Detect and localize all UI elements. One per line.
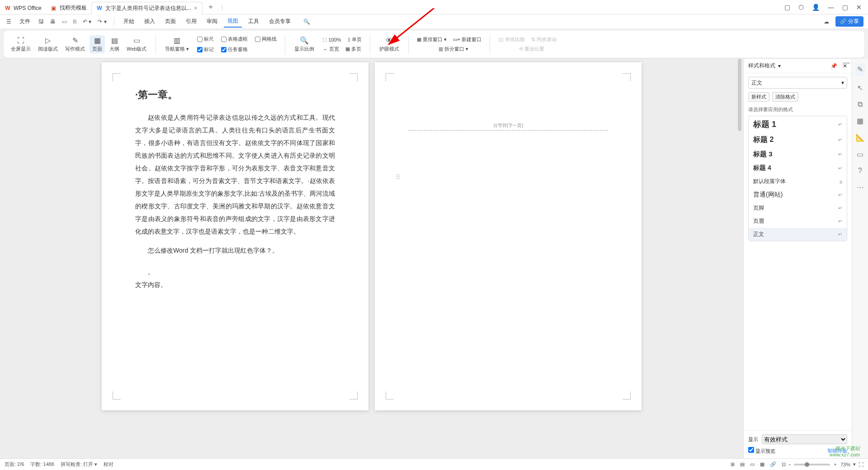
reading-layout-button[interactable]: ▷阅读版式: [35, 35, 61, 53]
titlebar: W WPS Office ▣ 找稻壳模板 W 文字是人类用符号记录表达信息以..…: [0, 0, 868, 14]
zoom-in-button[interactable]: ＋: [833, 461, 838, 468]
maximize-button[interactable]: ▢: [842, 4, 848, 11]
style-item[interactable]: 标题 2↵: [749, 132, 847, 147]
zoom-out-button[interactable]: −: [788, 462, 791, 467]
single-page-button[interactable]: ▯ 单页: [346, 35, 363, 44]
book-tool-icon[interactable]: ▭: [857, 150, 863, 159]
chevron-down-icon[interactable]: ▾: [853, 461, 856, 467]
status-words[interactable]: 字数: 1488: [30, 461, 54, 468]
view-mode-icon[interactable]: ⊞: [731, 461, 735, 467]
collapse-panel-icon[interactable]: —: [843, 59, 850, 67]
tab-wps-office[interactable]: W WPS Office: [0, 2, 46, 14]
nav-pane-button[interactable]: ▥导航窗格 ▾: [162, 35, 192, 53]
gridlines-checkbox[interactable]: 网格线: [253, 35, 278, 43]
style-item[interactable]: 标题 3↵: [749, 147, 847, 161]
split-window-button[interactable]: ▥ 拆分窗口 ▾: [437, 45, 470, 53]
select-tool-icon[interactable]: ↖: [857, 84, 863, 92]
tab-document[interactable]: W 文字是人类用符号记录表达信息以... ×: [91, 2, 203, 14]
pin-icon[interactable]: 📌: [830, 63, 837, 69]
view-mode-icon[interactable]: 🔗: [770, 461, 776, 467]
table-frame-checkbox[interactable]: 表格虚框: [219, 35, 250, 43]
status-proof[interactable]: 校对: [104, 461, 113, 468]
menu-member[interactable]: 会员专享: [265, 16, 294, 27]
status-spell[interactable]: 拼写检查: 打开 ▾: [61, 461, 97, 468]
markup-checkbox[interactable]: 标记: [195, 45, 216, 54]
print-icon[interactable]: 🖶: [48, 18, 57, 26]
eye-protect-button[interactable]: 👁护眼模式: [377, 36, 402, 53]
copy-icon[interactable]: ⎘: [71, 18, 78, 26]
avatar-icon[interactable]: 👤: [812, 4, 820, 11]
search-icon[interactable]: 🔍: [302, 18, 312, 26]
undo-icon[interactable]: ↶ ▾: [81, 18, 93, 26]
style-item[interactable]: 标题 1↵: [749, 116, 847, 132]
view-mode-icon[interactable]: ▦: [760, 461, 764, 467]
style-item[interactable]: 正文↵: [749, 228, 847, 241]
zoom-slider[interactable]: [794, 464, 830, 465]
new-window-button[interactable]: ▭+ 新建窗口: [451, 35, 483, 44]
style-item[interactable]: 标题 4↵: [749, 161, 847, 175]
para-1: 赵依依是人类用符号记录表达信息以传之久远的方式和工具。现代文字大多是记录语言的工…: [135, 111, 335, 238]
multi-page-button[interactable]: ▦ 多页: [344, 45, 363, 53]
zoom-scale-button[interactable]: 🔍显示比例: [292, 35, 317, 53]
menu-review[interactable]: 审阅: [203, 16, 221, 27]
menu-icon[interactable]: ☰: [5, 18, 13, 26]
status-page[interactable]: 页面: 2/6: [5, 461, 24, 468]
drag-handle-icon[interactable]: ⠿: [396, 171, 400, 183]
minimize-button[interactable]: —: [828, 4, 834, 11]
layers-tool-icon[interactable]: ▦: [857, 117, 863, 125]
ruler-checkbox[interactable]: 标尺: [195, 35, 216, 43]
current-style-select[interactable]: 正文▾: [748, 77, 847, 89]
writing-mode-button[interactable]: ✎写作模式: [62, 35, 88, 53]
share-button[interactable]: 🔗 分享: [835, 16, 863, 27]
menu-ref[interactable]: 引用: [182, 16, 200, 27]
edit-tool-icon[interactable]: ✎: [855, 63, 865, 75]
zoom-100-button[interactable]: ⬚ 100%: [321, 35, 343, 44]
style-item[interactable]: 页眉↵: [749, 215, 847, 228]
clear-format-button[interactable]: 清除格式: [772, 92, 798, 102]
style-item[interactable]: 普通(网站)↵: [749, 188, 847, 202]
menu-page[interactable]: 页面: [161, 16, 179, 27]
wps-icon: W: [5, 5, 11, 11]
ribbon-view: ⛶全屏显示 ▷阅读版式 ✎写作模式 ▦页面 ▤大纲 ▭Web版式 ▥导航窗格 ▾…: [4, 31, 864, 58]
preview-icon[interactable]: ▭: [60, 18, 69, 26]
display-select[interactable]: 有效样式: [762, 434, 847, 444]
file-menu[interactable]: 文件: [16, 16, 34, 27]
more-tool-icon[interactable]: ⋯: [857, 183, 864, 192]
expand-icon[interactable]: ⛶: [859, 462, 863, 467]
menu-insert[interactable]: 插入: [141, 16, 159, 27]
menu-view[interactable]: 视图: [224, 15, 242, 28]
preview-checkbox[interactable]: 显示预览: [748, 447, 775, 455]
redo-icon[interactable]: ↷ ▾: [96, 18, 108, 26]
zoom-value[interactable]: 73%: [840, 462, 850, 467]
close-icon[interactable]: ×: [194, 5, 198, 12]
new-style-button[interactable]: 新样式: [748, 92, 769, 102]
outline-button[interactable]: ▤大纲: [107, 35, 122, 53]
tab-template[interactable]: ▣ 找稻壳模板: [46, 2, 91, 14]
close-button[interactable]: ✕: [856, 4, 862, 11]
fit-icon[interactable]: ⊡: [782, 461, 786, 467]
settings-tool-icon[interactable]: ⧉: [858, 100, 863, 108]
help-tool-icon[interactable]: ?: [858, 167, 862, 175]
arrange-window-button[interactable]: ▦ 重排窗口 ▾: [415, 35, 448, 44]
save-icon[interactable]: 🖫: [37, 18, 46, 26]
add-tab-button[interactable]: ＋: [203, 2, 219, 12]
web-layout-button[interactable]: ▭Web版式: [124, 35, 149, 53]
menu-start[interactable]: 开始: [120, 16, 138, 27]
style-item[interactable]: 默认段落字体a: [749, 175, 847, 188]
layout-icon[interactable]: ▢: [784, 4, 790, 11]
menu-tools[interactable]: 工具: [245, 16, 263, 27]
taskpane-checkbox[interactable]: 任务窗格: [219, 45, 250, 54]
page-layout-button[interactable]: ▦页面: [90, 35, 105, 53]
fullscreen-button[interactable]: ⛶全屏显示: [8, 36, 33, 53]
cloud-icon[interactable]: ☁: [822, 18, 831, 26]
cube-icon[interactable]: ⬡: [798, 4, 804, 11]
view-mode-icon[interactable]: ▭: [750, 461, 755, 467]
page-width-button[interactable]: ↔ 页宽: [321, 45, 341, 53]
view-mode-icon[interactable]: ▤: [740, 461, 745, 467]
vertical-scrollbar[interactable]: [737, 59, 742, 458]
document-canvas[interactable]: ·第一章。 赵依依是人类用符号记录表达信息以传之久远的方式和工具。现代文字大多是…: [0, 59, 743, 458]
chevron-down-icon[interactable]: ▾: [778, 63, 781, 69]
watermark: 极光下载站 www.xz7.com: [830, 445, 860, 457]
ruler-tool-icon[interactable]: 📐: [856, 133, 865, 142]
style-item[interactable]: 页脚↵: [749, 202, 847, 215]
